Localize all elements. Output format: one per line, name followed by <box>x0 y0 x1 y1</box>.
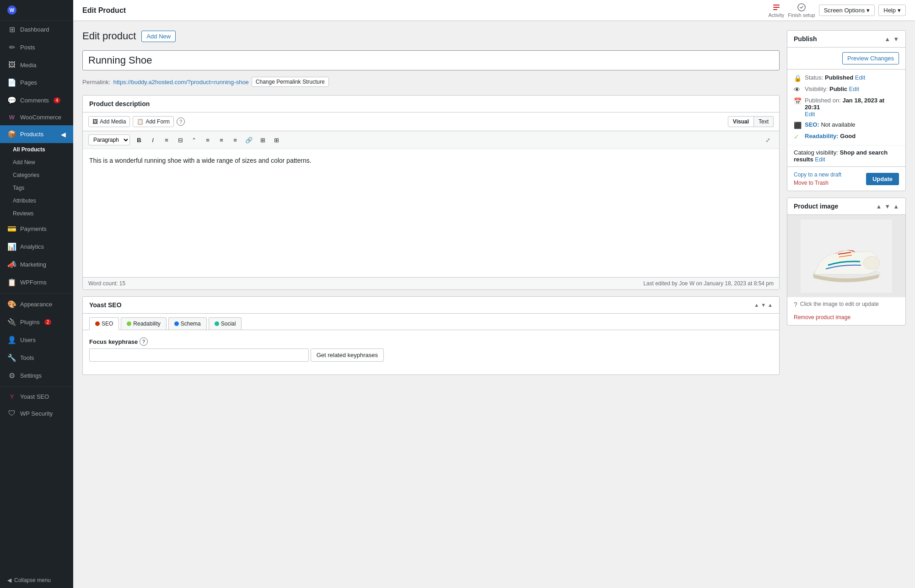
unordered-list-button[interactable]: ≡ <box>160 134 173 146</box>
sidebar-item-media[interactable]: 🖼 Media <box>0 56 73 74</box>
sidebar-item-posts[interactable]: ✏ Posts <box>0 38 73 56</box>
sidebar-item-users[interactable]: 👤 Users <box>0 331 73 349</box>
editor-text: This is a wonderful running shoe with a … <box>89 155 773 166</box>
sidebar-item-label: Plugins <box>20 319 40 326</box>
permalink-url[interactable]: https://buddy.a2hosted.com/?product=runn… <box>113 79 248 86</box>
seo-link[interactable]: SEO: <box>805 121 819 128</box>
page-header: Edit product Add New <box>82 30 780 42</box>
editor-help-icon[interactable]: ? <box>177 118 185 126</box>
sidebar-item-wp-security[interactable]: 🛡 WP Security <box>0 405 73 422</box>
finish-setup-icon <box>797 3 806 12</box>
chevron-up-icon[interactable]: ▲ <box>884 36 890 43</box>
yoast-tab-readability[interactable]: Readability <box>121 317 166 330</box>
sidebar-item-pages[interactable]: 📄 Pages <box>0 74 73 91</box>
add-media-button[interactable]: 🖼 Add Media <box>88 116 130 127</box>
sidebar-item-analytics[interactable]: 📊 Analytics <box>0 238 73 256</box>
publish-catalog: Catalog visibility: Shop and search resu… <box>787 145 905 166</box>
plugins-icon: 🔌 <box>7 318 16 326</box>
visibility-edit-link[interactable]: Edit <box>849 86 859 92</box>
get-related-keyphrases-button[interactable]: Get related keyphrases <box>311 348 384 362</box>
sidebar-item-marketing[interactable]: 📣 Marketing <box>0 256 73 273</box>
remove-product-image-link[interactable]: Remove product image <box>794 314 850 321</box>
copy-draft-link[interactable]: Copy to a new draft <box>794 171 841 178</box>
focus-keyphrase-help[interactable]: ? <box>140 337 148 346</box>
readability-link[interactable]: Readability: <box>805 133 839 139</box>
collapse-icon[interactable]: ▲ <box>768 302 773 308</box>
sidebar-item-plugins[interactable]: 🔌 Plugins 2 <box>0 313 73 331</box>
align-right-button[interactable]: ≡ <box>229 134 242 146</box>
product-description-header[interactable]: Product description <box>83 96 779 112</box>
text-tab[interactable]: Text <box>754 116 774 127</box>
expand-icon[interactable]: ▲ <box>893 203 899 210</box>
status-edit-link[interactable]: Edit <box>855 74 865 81</box>
sidebar-sub-add-new[interactable]: Add New <box>0 156 73 169</box>
sidebar-sub-attributes[interactable]: Attributes <box>0 194 73 207</box>
expand-button[interactable]: ⤢ <box>762 134 774 146</box>
catalog-edit-link[interactable]: Edit <box>815 156 825 163</box>
finish-setup-button[interactable]: Finish setup <box>788 3 815 18</box>
align-center-button[interactable]: ≡ <box>215 134 228 146</box>
sidebar-item-label: Users <box>20 337 36 343</box>
yoast-social-tab-label: Social <box>221 321 236 327</box>
sidebar-item-wpforms[interactable]: 📋 WPForms <box>0 273 73 291</box>
italic-button[interactable]: I <box>146 134 159 146</box>
align-left-button[interactable]: ≡ <box>201 134 214 146</box>
sidebar-item-label: WP Security <box>20 410 53 417</box>
focus-keyphrase-input[interactable] <box>89 348 309 362</box>
change-permalink-button[interactable]: Change Permalink Structure <box>252 77 329 87</box>
preview-changes-button[interactable]: Preview Changes <box>842 52 899 64</box>
sidebar-item-yoast[interactable]: Y Yoast SEO <box>0 389 73 405</box>
more-button[interactable]: ⊞ <box>270 134 283 146</box>
sidebar-item-woocommerce[interactable]: W WooCommerce <box>0 109 73 125</box>
product-title-input[interactable] <box>82 50 780 70</box>
sidebar-item-label: Comments <box>20 97 49 104</box>
move-trash-link[interactable]: Move to Trash <box>794 180 841 186</box>
ordered-list-button[interactable]: ⊟ <box>174 134 187 146</box>
sidebar-sub-all-products[interactable]: All Products <box>0 143 73 156</box>
sidebar-item-appearance[interactable]: 🎨 Appearance <box>0 295 73 313</box>
publish-status-label: Status: Published Edit <box>805 74 865 81</box>
content-body: Edit product Add New Permalink: https://… <box>73 21 915 588</box>
help-button[interactable]: Help ▾ <box>878 5 906 16</box>
visual-tab[interactable]: Visual <box>728 116 754 127</box>
yoast-tab-seo[interactable]: SEO <box>89 317 119 330</box>
sidebar-sub-tags[interactable]: Tags <box>0 182 73 194</box>
activity-button[interactable]: Activity <box>768 3 784 18</box>
product-image-help-icon: ? <box>794 301 797 308</box>
publish-date-row: 📅 Published on: Jan 18, 2023 at 20:31 Ed… <box>794 97 899 118</box>
blockquote-button[interactable]: " <box>188 134 200 146</box>
visibility-icon: 👁 <box>794 86 802 93</box>
wpforms-icon: 📋 <box>7 278 16 287</box>
editor-content[interactable]: This is a wonderful running shoe with a … <box>83 149 779 277</box>
update-button[interactable]: Update <box>866 173 899 185</box>
published-edit-link[interactable]: Edit <box>805 111 815 118</box>
bold-button[interactable]: B <box>133 134 145 146</box>
chevron-down-icon[interactable]: ▼ <box>893 36 899 43</box>
collapse-menu-button[interactable]: ◀ Collapse menu <box>0 572 73 588</box>
table-button[interactable]: ⊞ <box>256 134 269 146</box>
plugins-badge: 2 <box>44 319 52 325</box>
chevron-up-icon[interactable]: ▲ <box>876 203 882 210</box>
chevron-down-icon[interactable]: ▼ <box>761 302 766 308</box>
yoast-seo-title: Yoast SEO <box>89 301 122 309</box>
product-image-thumbnail[interactable] <box>787 215 905 297</box>
add-form-button[interactable]: 📋 Add Form <box>133 116 174 127</box>
link-button[interactable]: 🔗 <box>242 134 255 146</box>
sidebar-item-comments[interactable]: 💬 Comments 4 <box>0 91 73 109</box>
sidebar-item-tools[interactable]: 🔧 Tools <box>0 349 73 367</box>
add-new-button[interactable]: Add New <box>141 31 176 42</box>
chevron-up-icon[interactable]: ▲ <box>754 302 759 308</box>
sidebar-sub-categories[interactable]: Categories <box>0 169 73 182</box>
sidebar-item-products[interactable]: 📦 Products ◀ <box>0 125 73 143</box>
sidebar-sub-reviews[interactable]: Reviews <box>0 207 73 220</box>
yoast-seo-header[interactable]: Yoast SEO ▲ ▼ ▲ <box>83 297 779 314</box>
yoast-tab-social[interactable]: Social <box>209 317 242 330</box>
screen-options-button[interactable]: Screen Options ▾ <box>819 5 875 16</box>
paragraph-select[interactable]: Paragraph <box>88 134 130 145</box>
chevron-down-icon[interactable]: ▼ <box>884 203 890 210</box>
sidebar-item-dashboard[interactable]: ⊞ Dashboard <box>0 21 73 38</box>
yoast-tab-schema[interactable]: Schema <box>168 317 207 330</box>
sidebar-item-settings[interactable]: ⚙ Settings <box>0 367 73 385</box>
publish-date-label: Published on: Jan 18, 2023 at 20:31 Edit <box>805 97 899 118</box>
sidebar-item-payments[interactable]: 💳 Payments <box>0 220 73 238</box>
